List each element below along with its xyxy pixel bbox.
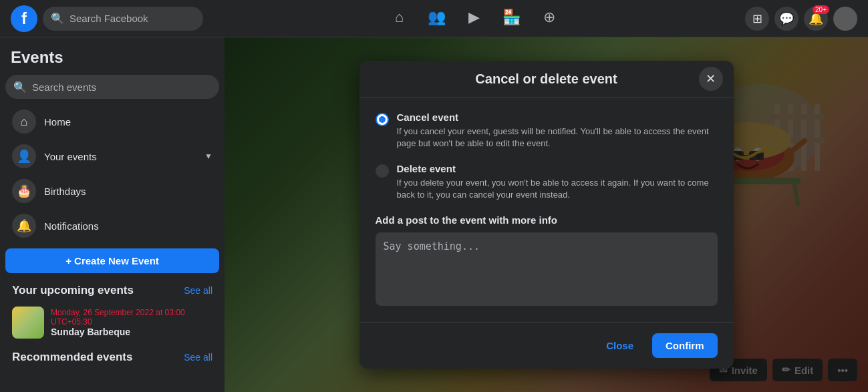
sidebar-item-birthdays[interactable]: 🎂 Birthdays	[5, 174, 219, 208]
nav-friends-icon[interactable]: 👥	[421, 5, 453, 32]
modal-header: Cancel or delete event ✕	[359, 61, 734, 98]
upcoming-title: Your upcoming events	[12, 284, 134, 297]
notifications-icon: 🔔	[12, 214, 36, 238]
nav-apps-button[interactable]: ⊞	[745, 7, 769, 31]
recommended-see-all[interactable]: See all	[184, 352, 212, 363]
event-name: Sunday Barbeque	[51, 327, 212, 337]
sidebar-search-icon: 🔍	[13, 81, 27, 93]
nav-search-input[interactable]	[69, 13, 195, 24]
nav-center-icons: ⌂ 👥 ▶ 🏪 ⊕	[203, 5, 745, 32]
birthdays-icon: 🎂	[12, 179, 36, 203]
event-thumb-image	[12, 307, 44, 339]
home-icon: ⌂	[12, 110, 36, 134]
modal-close-button[interactable]: ✕	[699, 67, 723, 91]
event-thumbnail	[12, 307, 44, 339]
nav-marketplace-icon[interactable]: 🏪	[496, 5, 528, 32]
cancel-delete-modal: Cancel or delete event ✕ Cancel event If…	[359, 61, 734, 369]
nav-home-icon[interactable]: ⌂	[384, 5, 416, 32]
notification-badge: 20+	[813, 5, 829, 14]
event-date: Monday, 26 September 2022 at 03:00 UTC+0…	[51, 308, 212, 327]
cancel-event-title: Cancel event	[397, 112, 718, 123]
avatar[interactable]	[833, 7, 857, 31]
sidebar-item-birthdays-label: Birthdays	[44, 186, 86, 197]
recommended-title: Recommended events	[12, 351, 132, 364]
post-section-label: Add a post to the event with more info	[376, 214, 718, 226]
nav-watch-icon[interactable]: ▶	[458, 5, 490, 32]
delete-event-option[interactable]: Delete event If you delete your event, y…	[376, 163, 718, 201]
main-layout: Events 🔍 ⌂ Home 👤 Your events ▼ 🎂 Birthd…	[0, 37, 868, 392]
top-nav: f 🔍 ⌂ 👥 ▶ 🏪 ⊕ ⊞ 💬 🔔 20+	[0, 0, 868, 37]
sidebar-search-input[interactable]	[32, 81, 211, 93]
event-info: Monday, 26 September 2022 at 03:00 UTC+0…	[51, 308, 212, 337]
upcoming-events-section: Your upcoming events See all Monday, 26 …	[5, 278, 219, 345]
sidebar-title: Events	[5, 43, 219, 75]
upcoming-see-all[interactable]: See all	[184, 285, 212, 296]
sidebar-item-your-events-label: Your events	[44, 151, 97, 162]
close-button[interactable]: Close	[595, 335, 644, 357]
sidebar: Events 🔍 ⌂ Home 👤 Your events ▼ 🎂 Birthd…	[0, 37, 225, 392]
cancel-event-option[interactable]: Cancel event If you cancel your event, g…	[376, 112, 718, 150]
modal-footer: Close Confirm	[359, 322, 734, 369]
nav-groups-icon[interactable]: ⊕	[533, 5, 565, 32]
nav-messenger-button[interactable]: 💬	[774, 7, 799, 31]
upcoming-header: Your upcoming events See all	[12, 284, 212, 297]
your-events-icon: 👤	[12, 144, 36, 168]
sidebar-item-home-label: Home	[44, 116, 71, 128]
facebook-logo: f	[11, 5, 37, 32]
post-textarea[interactable]	[376, 232, 718, 306]
modal-title: Cancel or delete event	[475, 71, 617, 87]
modal-overlay: Cancel or delete event ✕ Cancel event If…	[225, 37, 868, 392]
confirm-button[interactable]: Confirm	[652, 333, 718, 358]
sidebar-item-notifications[interactable]: 🔔 Notifications	[5, 208, 219, 243]
nav-search-bar[interactable]: 🔍	[43, 7, 203, 31]
cancel-event-description: If you cancel your event, guests will be…	[397, 126, 718, 150]
sidebar-search-bar[interactable]: 🔍	[5, 75, 219, 99]
cancel-event-label-group: Cancel event If you cancel your event, g…	[397, 112, 718, 150]
nav-notifications-button[interactable]: 🔔 20+	[804, 7, 828, 31]
cancel-event-radio[interactable]	[376, 113, 389, 126]
content-area: ✉ Invite ✏ Edit ••• Cancel or delete eve…	[225, 37, 868, 392]
recommended-events-section: Recommended events See all	[5, 345, 219, 369]
recommended-header: Recommended events See all	[12, 351, 212, 364]
modal-body: Cancel event If you cancel your event, g…	[359, 98, 734, 323]
sidebar-item-your-events[interactable]: 👤 Your events ▼	[5, 139, 219, 174]
delete-event-title: Delete event	[397, 163, 718, 174]
sidebar-item-home[interactable]: ⌂ Home	[5, 104, 219, 139]
list-item[interactable]: Monday, 26 September 2022 at 03:00 UTC+0…	[12, 303, 212, 343]
nav-right-actions: ⊞ 💬 🔔 20+	[745, 7, 857, 31]
chevron-down-icon: ▼	[204, 152, 212, 161]
delete-event-description: If you delete your event, you won't be a…	[397, 177, 718, 201]
create-new-event-button[interactable]: + Create New Event	[5, 248, 219, 273]
sidebar-item-notifications-label: Notifications	[44, 220, 99, 232]
search-icon: 🔍	[51, 12, 64, 25]
delete-event-label-group: Delete event If you delete your event, y…	[397, 163, 718, 201]
delete-event-radio[interactable]	[376, 164, 389, 178]
